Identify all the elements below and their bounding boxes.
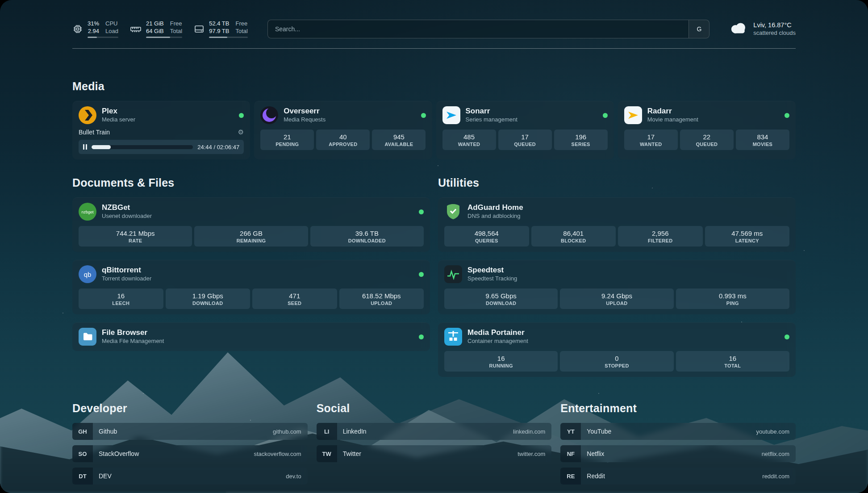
section-title-social: Social (317, 402, 552, 415)
service-card-sonarr[interactable]: Sonarr Series management 485 WANTED 17 Q… (436, 101, 614, 159)
stat-value: 17 (626, 133, 676, 141)
stat-seed: 471 SEED (252, 288, 337, 309)
bookmark-youtube[interactable]: YT YouTube youtube.com (560, 423, 796, 440)
bookmark-name: DEV (93, 472, 112, 480)
stat-upload: 618.52 Mbps UPLOAD (339, 288, 424, 309)
bookmark-abbr: GH (72, 423, 93, 440)
portainer-icon (444, 328, 462, 346)
status-dot (421, 113, 426, 118)
search-input[interactable] (268, 20, 689, 38)
bookmark-linkedin[interactable]: LI LinkedIn linkedin.com (317, 423, 552, 440)
service-name: Overseerr (284, 107, 326, 115)
stat-value: 471 (254, 292, 335, 300)
bookmark-twitter[interactable]: TW Twitter twitter.com (317, 445, 552, 462)
adguard-icon (444, 203, 462, 221)
stat-value: 21 (262, 133, 312, 141)
bookmark-abbr: YT (560, 423, 581, 440)
service-card-nzbget[interactable]: nzbget NZBGet Usenet downloader 744.21 M… (72, 197, 430, 252)
resource-memory: 21 GiB Free 64 GiB Total (130, 20, 182, 38)
pause-button[interactable] (83, 144, 87, 150)
cpu-load: 2.94 (88, 28, 99, 35)
sonarr-icon (442, 106, 460, 124)
stat-download: 1.19 Gbps DOWNLOAD (166, 288, 250, 309)
stat-label: WANTED (626, 141, 676, 147)
bookmark-name: Twitter (337, 450, 361, 457)
weather-location: Lviv, 16.87°C (753, 21, 796, 29)
bookmark-name: StackOverflow (93, 450, 139, 457)
plex-settings-icon[interactable]: ⚙ (238, 128, 244, 136)
service-description: Media File Management (102, 337, 164, 345)
svg-text:nzbget: nzbget (81, 210, 94, 214)
service-card-overseerr[interactable]: Overseerr Media Requests 21 PENDING 40 A… (254, 101, 432, 159)
stat-ping: 0.993 ms PING (676, 288, 789, 309)
stat-latency: 47.569 ms LATENCY (705, 226, 790, 246)
stat-running: 16 RUNNING (444, 351, 558, 372)
service-card-radarr[interactable]: Radarr Movie management 17 WANTED 22 QUE… (618, 101, 796, 159)
cpu-percent: 31% (88, 20, 99, 27)
stat-wanted: 485 WANTED (442, 130, 496, 150)
service-description: Media Requests (284, 115, 326, 124)
service-description: DNS and adblocking (467, 212, 523, 220)
snow-flakes (0, 0, 1, 1)
stat-value: 834 (738, 133, 788, 141)
section-title-entertainment: Entertainment (560, 402, 796, 415)
bookmark-group-social: Social LI LinkedIn linkedin.com TW Twitt… (317, 402, 552, 485)
stat-upload: 9.24 Gbps UPLOAD (560, 288, 673, 309)
resource-monitors: 31% CPU 2.94 Load (72, 20, 248, 38)
stat-label: MOVIES (738, 141, 788, 147)
stat-label: LEECH (80, 300, 162, 306)
resource-disk: 52.4 TB Free 97.9 TB Total (194, 20, 248, 38)
bookmark-abbr: RE (560, 468, 581, 485)
service-card-filebrowser[interactable]: File Browser Media File Management (72, 322, 430, 351)
stat-download: 9.65 Gbps DOWNLOAD (444, 288, 558, 309)
service-card-plex[interactable]: Plex Media server Bullet Train ⚙ 24:44 /… (72, 101, 250, 159)
cloud-icon (729, 21, 748, 37)
stat-label: SERIES (556, 141, 606, 147)
stat-label: PING (678, 300, 788, 306)
section-title-media: Media (72, 80, 796, 93)
stat-value: 2,956 (620, 229, 701, 238)
bookmark-netflix[interactable]: NF Netflix netflix.com (560, 445, 796, 462)
service-name: Radarr (647, 107, 698, 115)
service-description: Container management (467, 337, 528, 345)
bookmark-url: dev.to (286, 473, 307, 480)
stat-value: 485 (444, 133, 494, 141)
stat-label: RATE (80, 238, 190, 244)
stat-queued: 22 QUEUED (680, 130, 734, 150)
bookmark-name: Netflix (581, 450, 604, 457)
stat-value: 196 (556, 133, 606, 141)
overseerr-icon (260, 106, 278, 124)
stat-value: 16 (80, 292, 162, 300)
weather-widget: Lviv, 16.87°C scattered clouds (729, 21, 796, 37)
stat-label: BLOCKED (533, 238, 614, 244)
service-card-adguard[interactable]: AdGuard Home DNS and adblocking 498,564 … (438, 197, 796, 252)
service-description: Torrent downloader (102, 274, 151, 283)
bookmark-name: Reddit (581, 472, 605, 480)
stat-label: DOWNLOADED (312, 238, 422, 244)
cpu-icon (72, 24, 83, 34)
disk-progressbar (209, 37, 248, 38)
cpu-progressbar (88, 37, 118, 38)
search-provider-button[interactable]: G (689, 20, 709, 38)
bookmark-url: twitter.com (517, 451, 551, 457)
service-card-portainer[interactable]: Media Portainer Container management 16 … (438, 322, 796, 377)
bookmark-group-entertainment: Entertainment YT YouTube youtube.com NF … (560, 402, 796, 485)
stat-filtered: 2,956 FILTERED (618, 226, 703, 246)
stat-value: 266 GB (196, 229, 306, 238)
stat-label: REMAINING (196, 238, 306, 244)
service-card-qbittorrent[interactable]: qb qBittorrent Torrent downloader 16 (72, 260, 430, 314)
bookmark-github[interactable]: GH Github github.com (72, 423, 308, 440)
status-dot (785, 113, 789, 118)
service-name: qBittorrent (102, 266, 151, 274)
status-dot (419, 334, 424, 339)
bookmark-dev[interactable]: DT DEV dev.to (72, 468, 308, 485)
stat-value: 16 (678, 354, 788, 363)
resource-cpu: 31% CPU 2.94 Load (72, 20, 118, 38)
stat-series: 196 SERIES (554, 130, 608, 150)
header: 31% CPU 2.94 Load (72, 0, 796, 49)
bookmark-stackoverflow[interactable]: SO StackOverflow stackoverflow.com (72, 445, 308, 462)
status-dot (603, 113, 608, 118)
service-card-speedtest[interactable]: Speedtest Speedtest Tracking 9.65 Gbps D… (438, 260, 796, 314)
bookmark-reddit[interactable]: RE Reddit reddit.com (560, 468, 796, 485)
playback-progressbar[interactable] (92, 145, 193, 149)
